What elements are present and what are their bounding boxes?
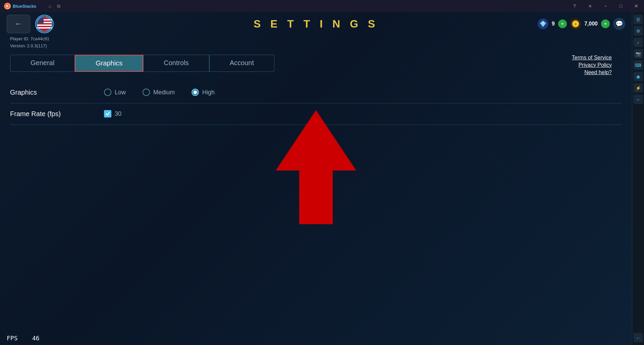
quality-high-radio[interactable] xyxy=(192,89,199,96)
player-id: Player ID: 7ca44c91 xyxy=(10,36,622,43)
fps-label: FPS xyxy=(7,335,18,342)
framerate-label: Frame Rate (fps) xyxy=(10,110,104,118)
quality-low-option[interactable]: Low xyxy=(104,89,126,96)
tab-controls[interactable]: Controls xyxy=(143,55,209,72)
gem-icon xyxy=(538,18,548,29)
quality-high-option[interactable]: High xyxy=(192,89,215,96)
main-content: ← S E T T I N G S 9 + xyxy=(0,12,632,345)
topbar: ← S E T T I N G S 9 + xyxy=(0,12,632,36)
menu-button[interactable]: ≡ xyxy=(582,0,598,12)
sidebar-icon-6[interactable]: ◉ xyxy=(634,72,643,81)
player-info: Player ID: 7ca44c91 Version: 2.0.3(117) xyxy=(10,36,622,50)
coin-icon: $ xyxy=(570,18,581,29)
svg-rect-5 xyxy=(37,27,52,29)
quality-low-label: Low xyxy=(115,89,126,96)
chat-button[interactable]: 💬 xyxy=(613,18,625,30)
back-button[interactable]: ← xyxy=(7,15,30,33)
quality-low-radio[interactable] xyxy=(104,89,111,96)
content-area: Player ID: 7ca44c91 Version: 2.0.3(117) … xyxy=(0,36,632,345)
sidebar-icon-8[interactable]: ↔ xyxy=(634,95,643,104)
sidebar-icon-3[interactable]: ♪ xyxy=(634,38,643,47)
tabs: General Graphics Controls Account xyxy=(10,55,312,72)
fps-counter: FPS 46 xyxy=(7,335,40,342)
app-name: BlueStacks xyxy=(13,4,36,9)
copy-icon[interactable]: ⧉ xyxy=(56,3,62,9)
topbar-right: 9 + $ 7,000 + 💬 xyxy=(538,18,625,30)
graphics-quality-label: Graphics xyxy=(10,89,104,96)
help-button[interactable]: ? xyxy=(567,0,582,12)
sidebar-icon-7[interactable]: ⚡ xyxy=(634,83,643,93)
add-coins-button[interactable]: + xyxy=(601,19,610,28)
privacy-policy-link[interactable]: Privacy Policy xyxy=(572,62,612,68)
coins-value: 7,000 xyxy=(584,21,598,27)
fps-30-option[interactable]: 30 xyxy=(104,110,121,117)
window-controls: ? ≡ − □ ✕ xyxy=(567,0,644,12)
titlebar-controls: ⌂ ⧉ xyxy=(47,3,62,9)
terms-of-service-link[interactable]: Terms of Service xyxy=(572,55,612,61)
quality-medium-option[interactable]: Medium xyxy=(143,89,175,96)
add-gems-button[interactable]: + xyxy=(558,19,567,28)
tab-general[interactable]: General xyxy=(10,55,75,72)
sidebar-icon-5[interactable]: ⌨ xyxy=(634,60,643,70)
tabs-container: General Graphics Controls Account Terms … xyxy=(10,55,622,72)
graphics-quality-row: Graphics Low Medium High xyxy=(10,82,622,103)
quality-high-label: High xyxy=(202,89,215,96)
sidebar-icon-4[interactable]: 📷 xyxy=(634,49,643,58)
minimize-button[interactable]: − xyxy=(598,0,613,12)
sidebar-icon-bottom[interactable]: ← xyxy=(634,333,643,342)
fps-30-label: 30 xyxy=(115,110,121,117)
app-logo-icon xyxy=(4,3,11,9)
gems-value: 9 xyxy=(552,21,555,27)
player-version: Version: 2.0.3(117) xyxy=(10,43,622,50)
graphics-quality-options: Low Medium High xyxy=(104,89,215,96)
fps-value: 46 xyxy=(32,335,40,342)
quality-medium-label: Medium xyxy=(153,89,175,96)
svg-text:$: $ xyxy=(575,22,576,26)
need-help-link[interactable]: Need help? xyxy=(572,69,612,76)
sidebar-icon-1[interactable]: ☰ xyxy=(634,15,643,24)
fps-30-checkbox[interactable] xyxy=(104,110,111,117)
quality-medium-radio[interactable] xyxy=(143,89,150,96)
maximize-button[interactable]: □ xyxy=(613,0,629,12)
flag-avatar xyxy=(35,15,54,33)
framerate-row: Frame Rate (fps) 30 xyxy=(10,103,622,125)
close-button[interactable]: ✕ xyxy=(629,0,644,12)
right-sidebar: ☰ ⚙ ♪ 📷 ⌨ ◉ ⚡ ↔ ← xyxy=(632,12,644,345)
home-icon[interactable]: ⌂ xyxy=(47,3,53,9)
tab-graphics[interactable]: Graphics xyxy=(75,55,143,72)
links-section: Terms of Service Privacy Policy Need hel… xyxy=(572,55,612,77)
tab-account[interactable]: Account xyxy=(209,55,274,72)
titlebar: BlueStacks ⌂ ⧉ ? ≡ − □ ✕ xyxy=(0,0,644,12)
settings-title: S E T T I N G S xyxy=(254,18,378,30)
svg-rect-4 xyxy=(37,24,52,26)
app-logo: BlueStacks xyxy=(0,3,40,9)
sidebar-icon-2[interactable]: ⚙ xyxy=(634,26,643,36)
framerate-options: 30 xyxy=(104,110,121,117)
